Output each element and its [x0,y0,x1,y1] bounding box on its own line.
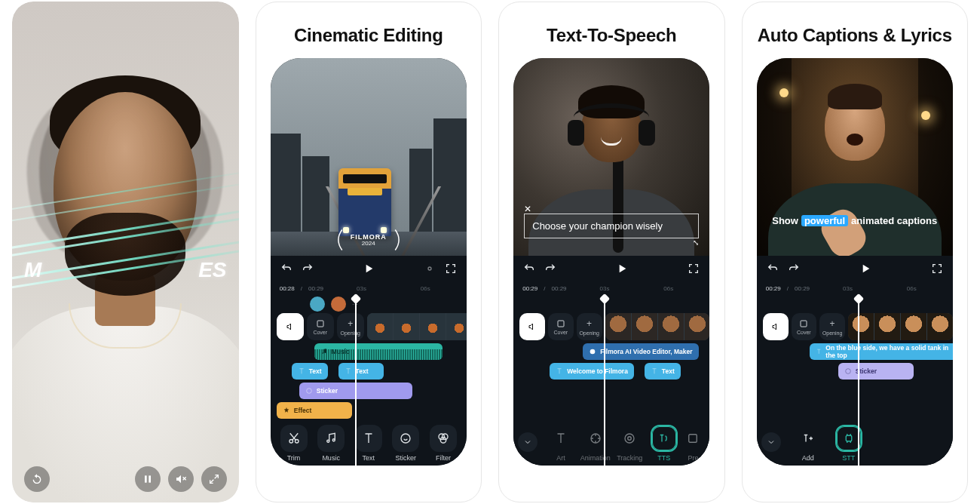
settings-icon[interactable] [423,262,436,275]
redo-button[interactable] [544,262,557,275]
text-button[interactable]: Text [352,425,385,462]
person-graphic [581,94,642,162]
svg-point-21 [625,434,634,443]
opening-button[interactable]: +Opening [819,313,845,340]
effect-track[interactable]: Effect [277,402,352,419]
welcome-pill[interactable]: Welcome to Filmora [550,363,634,380]
tram-graphic [338,168,391,236]
sticker-pill[interactable]: Sticker [838,363,914,380]
panel-4-title: Auto Captions & Lyrics [743,25,968,46]
overlay-letters: M ES [12,258,239,282]
close-icon[interactable]: ✕ [524,204,531,214]
panel-2-phone: FILMORA2024 [271,58,467,466]
panel-3-title: Text-To-Speech [499,25,724,46]
fullscreen-button[interactable] [930,262,944,275]
fullscreen-button[interactable] [444,262,458,275]
time-bar: 00:28/00:29 03s06s [271,281,467,295]
video-preview-3[interactable]: ✕ Choose your champion wisely ⤡ [513,58,709,262]
redo-button[interactable] [787,262,801,275]
cover-button[interactable]: Cover [792,313,817,340]
tts-text-box[interactable]: ✕ Choose your champion wisely ⤡ [524,214,699,238]
sticker-button[interactable]: Sticker [389,425,422,462]
trim-button[interactable]: Trim [277,425,311,462]
video-track[interactable] [605,313,710,340]
person-graphic-2 [825,90,885,161]
current-time: 00:29 [522,285,537,292]
total-time: 00:29 [552,285,567,292]
redo-button[interactable] [301,262,314,275]
tracking-button[interactable]: Tracking [613,425,646,462]
caption-text-pill[interactable]: On the blue side, we have a solid tank i… [810,343,953,360]
panel-3-phone: ✕ Choose your champion wisely ⤡ [513,58,709,466]
playhead[interactable] [604,297,605,466]
mute-button[interactable] [168,466,194,492]
animation-button[interactable]: Animation [579,425,612,462]
svg-point-15 [442,434,448,440]
text-track-2[interactable]: Text [338,363,384,380]
art-button[interactable]: Art [544,425,577,462]
text-track-1[interactable]: Text [292,363,328,380]
panel-2-card: Cinematic Editing FILMORA2024 [256,2,482,502]
play-button[interactable] [859,262,872,275]
expand-corner-icon[interactable]: ⤡ [693,238,699,247]
undo-button[interactable] [766,262,779,275]
timeline[interactable]: Cover +Opening + Music Text Text Sticke [271,313,467,422]
total-time: 00:29 [795,285,810,292]
filmora-pill[interactable]: Filmora AI Video Editor, Maker [583,343,698,360]
play-button[interactable] [362,262,375,275]
svg-rect-25 [846,435,852,441]
current-time: 00:28 [280,285,295,292]
svg-point-24 [845,369,850,374]
cover-button[interactable]: Cover [548,313,574,340]
track-mute-button-2[interactable] [277,313,304,340]
music-button[interactable]: Music [314,425,348,462]
add-button[interactable]: Add [792,425,825,462]
undo-button[interactable] [280,262,293,275]
toolbar-4: Add STT [757,420,953,466]
track-mute-button[interactable] [519,313,545,340]
playhead[interactable] [355,297,357,466]
video-track[interactable] [848,313,953,340]
svg-point-8 [306,389,311,394]
editor-panel-4: 00:29/00:29 03s06s Cover +Opening [757,256,953,466]
video-preview-4[interactable]: Show powerful animated captions [757,58,953,262]
playhead[interactable] [858,297,859,466]
expand-button[interactable] [201,466,227,492]
panel-2-title: Cinematic Editing [256,25,482,46]
timeline-3[interactable]: Cover +Opening Filmora AI Video Editor, … [513,295,709,383]
opening-button[interactable]: +Opening [337,313,364,340]
overlay-letter-right: ES [198,258,226,282]
play-button[interactable] [615,262,629,275]
current-time: 00:29 [766,285,781,292]
music-track[interactable]: Music [314,343,443,360]
video-preview[interactable]: FILMORA2024 [271,58,467,262]
text-pill[interactable]: Text [645,363,681,380]
tts-button[interactable]: TTS [648,425,681,462]
collapse-button[interactable] [761,432,781,452]
pre-button[interactable]: Pre [681,425,704,462]
cover-button[interactable]: Cover [307,313,334,340]
restart-button[interactable] [24,466,50,492]
gallery-slot-3: Text-To-Speech ✕ Choose your champion wi… [498,2,725,502]
filter-button[interactable]: Filter [427,425,460,462]
video-track[interactable]: + [367,313,467,340]
caption-overlay: Show powerful animated captions [766,215,944,226]
collapse-button[interactable] [518,432,537,452]
svg-point-16 [440,437,446,443]
gallery-slot-1: M ES [12,2,239,502]
svg-rect-5 [317,321,323,327]
svg-point-18 [590,349,596,355]
stt-button[interactable]: STT [832,425,865,462]
timeline-4[interactable]: Cover +Opening On the blue side, we have… [757,295,953,383]
track-mute-button[interactable] [763,313,789,340]
gallery-slot-4: Auto Captions & Lyrics Show powerful ani… [742,2,969,502]
svg-point-12 [332,438,335,441]
headphones-icon [568,103,655,156]
fullscreen-button[interactable] [687,262,700,275]
pause-button[interactable] [135,466,161,492]
svg-point-4 [428,267,431,270]
panel-4-card: Auto Captions & Lyrics Show powerful ani… [742,2,969,502]
toolbar: Trim Music Text Sticker Filter [271,420,467,466]
undo-button[interactable] [522,262,536,275]
opening-button[interactable]: +Opening [577,313,602,340]
